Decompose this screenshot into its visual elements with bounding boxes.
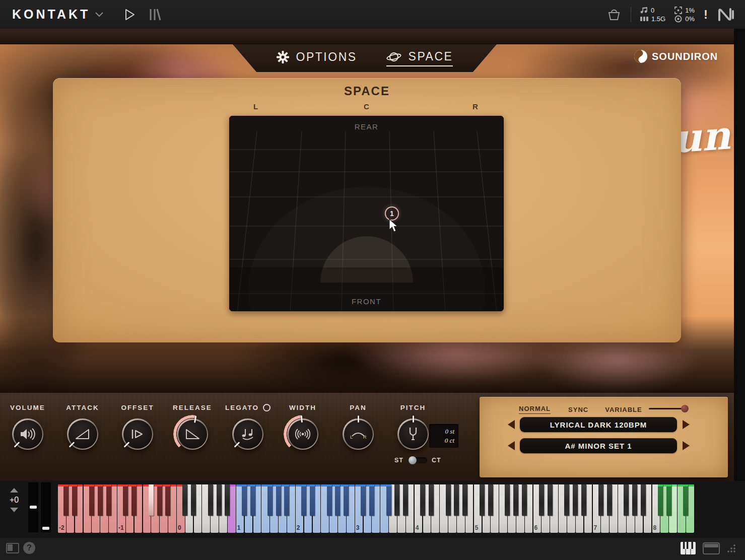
offset-knob[interactable] [122, 418, 153, 450]
key-midi-68[interactable] [394, 484, 399, 516]
variation-slider[interactable] [649, 408, 685, 409]
key-midi-34[interactable] [225, 484, 230, 516]
tab-space[interactable]: SPACE [386, 50, 453, 66]
mode-normal[interactable]: NORMAL [519, 405, 551, 414]
key-midi-99[interactable] [548, 484, 553, 516]
key-midi-18[interactable] [149, 484, 154, 516]
key-midi-22[interactable] [165, 484, 170, 516]
shop-basket-icon[interactable] [606, 7, 622, 22]
key-midi-106[interactable] [581, 484, 586, 516]
legato-toggle[interactable] [263, 404, 270, 411]
key-midi-32[interactable] [217, 484, 222, 516]
key-midi-3[interactable] [72, 484, 77, 516]
key-midi-8[interactable] [98, 484, 103, 516]
phrase-prev-button[interactable] [508, 420, 515, 429]
key-midi-123[interactable] [666, 484, 671, 516]
key-midi-56[interactable] [335, 484, 340, 516]
key-midi-27[interactable] [191, 484, 196, 516]
mode-variable[interactable]: VARIABLE [605, 406, 642, 413]
key-midi-46[interactable] [284, 484, 289, 516]
kontakt-menu[interactable]: KONTAKT [12, 7, 103, 22]
key-midi-42[interactable] [267, 484, 273, 516]
key-midi-94[interactable] [522, 484, 527, 516]
knob-pointer [413, 415, 414, 423]
help-icon[interactable]: ? [23, 542, 35, 554]
key-midi-114[interactable] [624, 484, 629, 516]
key-midi-20[interactable] [157, 484, 162, 516]
key-midi-87[interactable] [488, 484, 493, 516]
key-midi-85[interactable] [480, 484, 485, 516]
key-midi-30[interactable] [208, 484, 213, 516]
pan-knob[interactable]: LR [343, 418, 374, 450]
key-midi-39[interactable] [250, 484, 255, 516]
key-midi-104[interactable] [573, 484, 578, 516]
key-midi-78[interactable] [446, 484, 451, 516]
legato-knob[interactable] [232, 418, 263, 450]
ni-logo-icon[interactable] [717, 7, 735, 22]
key-midi-126[interactable] [683, 484, 688, 516]
knob-label: PITCH [400, 404, 426, 411]
pitch-knob[interactable] [397, 418, 429, 450]
controls-band: VOLUMEATTACKOFFSETRELEASELEGATOWIDTHPANL… [0, 393, 734, 481]
key-midi-44[interactable] [276, 484, 281, 516]
key-midi-116[interactable] [632, 484, 637, 516]
key-midi-1[interactable] [63, 484, 69, 516]
width-knob[interactable] [287, 418, 318, 450]
pitch-wheel[interactable] [28, 482, 38, 532]
mod-wheel-handle[interactable] [42, 527, 49, 530]
phrase-next-button[interactable] [683, 420, 690, 429]
phrase-selector[interactable]: LYRICAL DARK 120BPM [520, 417, 677, 432]
key-midi-109[interactable] [598, 484, 603, 516]
volume-knob[interactable] [12, 418, 43, 450]
key-midi-102[interactable] [564, 484, 569, 516]
key-midi-54[interactable] [327, 484, 332, 516]
knob-pointer [124, 442, 130, 448]
resize-grip-icon[interactable] [727, 544, 736, 553]
set-next-button[interactable] [683, 441, 690, 450]
key-midi-58[interactable] [344, 484, 349, 516]
key-midi-51[interactable] [310, 484, 315, 516]
mode-sync[interactable]: SYNC [568, 406, 588, 413]
key-midi-25[interactable] [182, 484, 187, 516]
transpose-up-button[interactable] [10, 488, 18, 493]
key-midi-61[interactable] [361, 484, 366, 516]
release-knob[interactable] [177, 418, 208, 450]
key-midi-82[interactable] [462, 484, 467, 516]
library-icon[interactable] [149, 8, 162, 21]
key-midi-6[interactable] [89, 484, 94, 516]
variation-slider-handle[interactable] [681, 405, 689, 412]
window-view-icon[interactable] [703, 542, 720, 554]
alert-indicator[interactable]: ! [704, 8, 708, 22]
key-midi-92[interactable] [513, 484, 518, 516]
spatial-grid[interactable]: REAR FRONT 1 [229, 116, 504, 311]
key-midi-66[interactable] [386, 484, 391, 516]
key-midi-97[interactable] [539, 484, 544, 516]
st-ct-toggle[interactable] [408, 457, 427, 463]
transpose-down-button[interactable] [10, 508, 18, 512]
tab-options[interactable]: OPTIONS [277, 50, 357, 66]
set-prev-button[interactable] [508, 441, 515, 450]
key-midi-49[interactable] [301, 484, 306, 516]
key-midi-121[interactable] [658, 484, 663, 516]
key-midi-75[interactable] [429, 484, 434, 516]
key-midi-37[interactable] [242, 484, 247, 516]
attack-knob[interactable] [67, 418, 98, 450]
set-selector[interactable]: A# MINOR SET 1 [520, 438, 677, 453]
sidebar-toggle-icon[interactable] [6, 543, 19, 553]
play-button[interactable] [124, 9, 136, 21]
knob-label: PAN [350, 404, 367, 411]
key-midi-111[interactable] [607, 484, 612, 516]
key-midi-80[interactable] [454, 484, 459, 516]
key-midi-63[interactable] [369, 484, 374, 516]
key-midi-90[interactable] [505, 484, 510, 516]
key-midi-73[interactable] [420, 484, 425, 516]
key-midi-15[interactable] [131, 484, 137, 516]
voices-value: 0 [651, 7, 654, 14]
key-midi-70[interactable] [403, 484, 408, 516]
key-midi-118[interactable] [641, 484, 646, 516]
keyboard-view-icon[interactable] [681, 542, 696, 554]
key-midi-10[interactable] [106, 484, 111, 516]
key-midi-13[interactable] [123, 484, 128, 516]
mod-wheel[interactable] [41, 482, 51, 532]
pitch-wheel-handle[interactable] [30, 506, 37, 509]
